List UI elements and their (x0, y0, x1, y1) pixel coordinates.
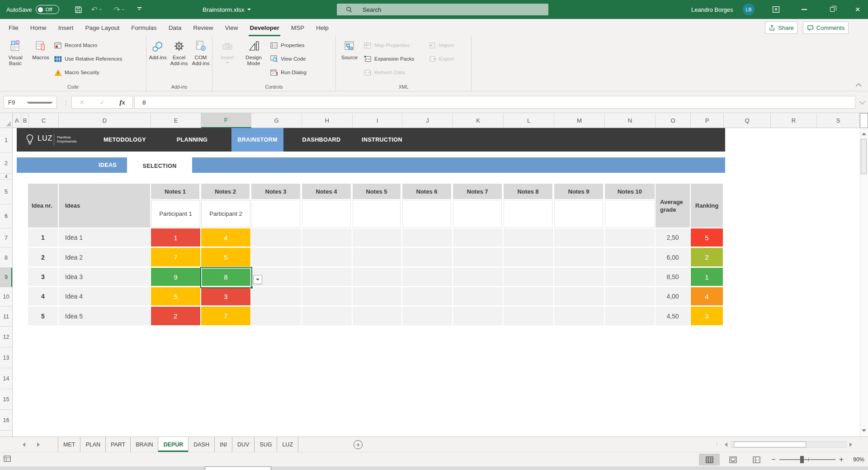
idea-number-cell[interactable]: 2 (28, 248, 59, 268)
page-break-preview-button[interactable] (746, 454, 767, 465)
header-note[interactable]: Notes 4 (302, 184, 351, 199)
note-empty-cell[interactable] (251, 228, 302, 248)
header-empty-cell[interactable] (504, 200, 552, 228)
header-note[interactable]: Notes 2 (201, 184, 250, 199)
note-empty-cell[interactable] (353, 248, 402, 268)
name-box[interactable]: F9 (4, 96, 57, 109)
column-header[interactable]: B (21, 113, 29, 128)
sheet-tab[interactable]: BRAIN (130, 437, 158, 452)
row-header[interactable]: 6 (0, 204, 12, 228)
row-header[interactable]: 8 (0, 248, 12, 268)
excel-addins-button[interactable]: Excel Add-ins (168, 39, 190, 66)
formula-bar-grip[interactable]: ⋮ (63, 96, 69, 109)
note-empty-cell[interactable] (353, 287, 402, 307)
note2-cell[interactable]: 4 (201, 228, 251, 248)
note-empty-cell[interactable] (353, 268, 402, 287)
average-grade-cell[interactable]: 6,00 (656, 248, 691, 268)
note-empty-cell[interactable] (302, 228, 353, 248)
subtab-ideas[interactable]: IDEAS (99, 157, 117, 173)
minimize-button[interactable] (797, 0, 812, 19)
note-empty-cell[interactable] (605, 307, 656, 327)
header-empty-cell[interactable] (402, 200, 451, 228)
zoom-slider-thumb[interactable] (800, 456, 804, 463)
column-header[interactable]: I (353, 113, 402, 128)
idea-name-cell[interactable]: Idea 5 (59, 307, 151, 327)
expand-formula-bar-icon[interactable] (859, 99, 865, 104)
account-name[interactable]: Leandro Borges (691, 0, 733, 19)
header-empty-cell[interactable] (353, 200, 401, 228)
row-header[interactable]: 2 (0, 153, 12, 174)
workbook-nav-tab[interactable]: DASHBOARD (302, 128, 341, 152)
header-note[interactable]: Notes 1 (151, 184, 199, 199)
header-ideas[interactable]: Ideas (59, 184, 150, 228)
document-title[interactable]: Brainstorm.xlsx (203, 0, 251, 19)
average-grade-cell[interactable]: 4,50 (656, 307, 691, 327)
header-participant-1[interactable]: Participant 1 (151, 200, 200, 228)
column-header[interactable]: L (504, 113, 554, 128)
ribbon-tab[interactable]: MSP (285, 19, 310, 36)
sheet-tab[interactable]: SUG (254, 437, 277, 452)
row-header[interactable]: 4 (0, 174, 12, 180)
formula-input[interactable]: 8 (134, 96, 855, 109)
ranking-cell[interactable]: 1 (691, 268, 724, 287)
row-header[interactable]: 13 (0, 347, 12, 368)
properties-button[interactable]: Properties (270, 40, 304, 51)
column-header[interactable]: R (771, 113, 817, 128)
sheet-tab[interactable]: DEPUR (158, 437, 188, 452)
row-header[interactable]: 1 (0, 128, 12, 153)
previous-sheet-icon[interactable] (20, 442, 25, 447)
note2-cell[interactable]: 8 (201, 268, 251, 287)
workbook-nav-tab[interactable]: PLANNING (177, 128, 208, 152)
note-empty-cell[interactable] (605, 248, 656, 268)
note-empty-cell[interactable] (302, 268, 353, 287)
sheet-tab[interactable]: PART (105, 437, 130, 452)
visual-basic-button[interactable]: Visual Basic (3, 39, 28, 66)
source-button[interactable]: Source (338, 39, 361, 61)
macros-button[interactable]: Macros (28, 39, 53, 61)
header-empty-cell[interactable] (605, 200, 655, 228)
header-empty-cell[interactable] (554, 200, 603, 228)
scrollbar-split-box[interactable] (860, 113, 868, 128)
header-note[interactable]: Notes 6 (402, 184, 451, 199)
note-empty-cell[interactable] (402, 248, 453, 268)
horizontal-scroll-track[interactable] (731, 441, 846, 448)
share-button[interactable]: Share (765, 21, 797, 34)
workbook-nav-tab[interactable]: INSTRUCTION (362, 128, 402, 152)
header-note[interactable]: Notes 5 (353, 184, 401, 199)
ribbon-tab[interactable]: Help (310, 19, 335, 36)
average-grade-cell[interactable]: 8,50 (656, 268, 691, 287)
row-header[interactable]: 14 (0, 368, 12, 389)
row-header[interactable]: 11 (0, 307, 12, 327)
idea-name-cell[interactable]: Idea 4 (59, 287, 151, 307)
average-grade-cell[interactable]: 4,00 (656, 287, 691, 307)
note-empty-cell[interactable] (251, 307, 302, 327)
page-layout-view-button[interactable] (722, 454, 743, 465)
sheet-tab[interactable]: DUV (232, 437, 254, 452)
expansion-packs-button[interactable]: Expansion Packs (364, 53, 414, 64)
ranking-cell[interactable]: 4 (691, 287, 724, 307)
column-header[interactable]: C (29, 113, 59, 128)
search-input[interactable]: Search (337, 4, 548, 15)
note-empty-cell[interactable] (302, 307, 353, 327)
note-empty-cell[interactable] (605, 287, 656, 307)
average-grade-cell[interactable]: 2,50 (656, 228, 691, 248)
subtab-selection[interactable]: SELECTION (127, 157, 192, 176)
column-header[interactable]: Q (724, 113, 771, 128)
ribbon-tab[interactable]: Developer (244, 19, 285, 36)
ranking-cell[interactable]: 5 (691, 228, 724, 248)
autosave-pill[interactable]: Off (36, 5, 59, 14)
note-empty-cell[interactable] (353, 228, 402, 248)
autosave-toggle[interactable]: AutoSave Off (6, 0, 59, 19)
zoom-out-button[interactable]: − (769, 454, 778, 465)
next-sheet-icon[interactable] (37, 442, 42, 447)
header-idea-nr[interactable]: Idea nr. (28, 184, 58, 228)
zoom-slider-track[interactable] (779, 459, 835, 460)
column-header[interactable]: S (817, 113, 860, 128)
zoom-in-button[interactable]: + (836, 454, 846, 465)
normal-view-button[interactable] (699, 454, 720, 465)
ranking-cell[interactable]: 3 (691, 307, 724, 327)
note-empty-cell[interactable] (504, 228, 554, 248)
column-header[interactable]: A (13, 113, 21, 128)
insert-function-button[interactable]: fx (119, 99, 125, 106)
column-header[interactable]: N (605, 113, 656, 128)
